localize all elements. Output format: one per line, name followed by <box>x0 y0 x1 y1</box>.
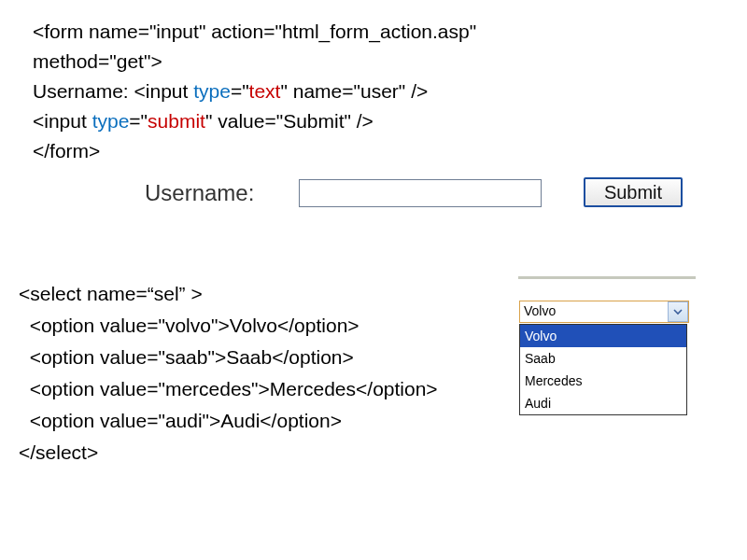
code-text: =" <box>129 110 148 132</box>
code-keyword: type <box>92 110 130 132</box>
code-text: <option value="mercedes">Mercedes</optio… <box>19 378 438 399</box>
username-input[interactable] <box>299 179 542 207</box>
select-code-block: <select name=“sel” > <option value="volv… <box>19 278 438 469</box>
code-text: <select name=“sel” > <box>19 283 203 304</box>
chevron-down-icon[interactable] <box>668 301 688 322</box>
select-option-audi[interactable]: Audi <box>520 392 686 414</box>
code-text: Username: <input <box>33 80 193 102</box>
select-selected-value: Volvo <box>524 303 556 318</box>
code-keyword: type <box>193 80 231 102</box>
select-option-mercedes[interactable]: Mercedes <box>520 370 686 392</box>
code-text: method="get"> <box>33 50 162 72</box>
code-value: submit <box>148 110 205 132</box>
code-text: <option value="audi">Audi</option> <box>19 410 342 431</box>
select-option-volvo[interactable]: Volvo <box>520 325 686 347</box>
code-text: <option value="saab">Saab</option> <box>19 346 354 368</box>
submit-button[interactable]: Submit <box>584 177 683 207</box>
code-text: " value="Submit" /> <box>205 110 374 132</box>
code-text: </select> <box>19 441 98 463</box>
code-text: <option value="volvo">Volvo</option> <box>19 315 359 336</box>
form-code-block: <form name="input" action="html_form_act… <box>33 17 476 166</box>
code-text: <form name="input" action="html_form_act… <box>33 21 476 42</box>
select-dropdown[interactable]: Volvo Saab Mercedes Audi <box>519 324 687 415</box>
username-label: Username: <box>145 180 254 206</box>
divider-line <box>518 276 696 279</box>
code-text: </form> <box>33 140 100 161</box>
code-text: =" <box>231 80 249 102</box>
code-text: " name="user" /> <box>280 80 428 102</box>
code-text: <input <box>33 110 92 132</box>
rendered-form: Username: Submit <box>145 177 724 218</box>
code-value: text <box>249 80 281 102</box>
select-field[interactable]: Volvo <box>519 301 689 323</box>
select-option-saab[interactable]: Saab <box>520 347 686 370</box>
